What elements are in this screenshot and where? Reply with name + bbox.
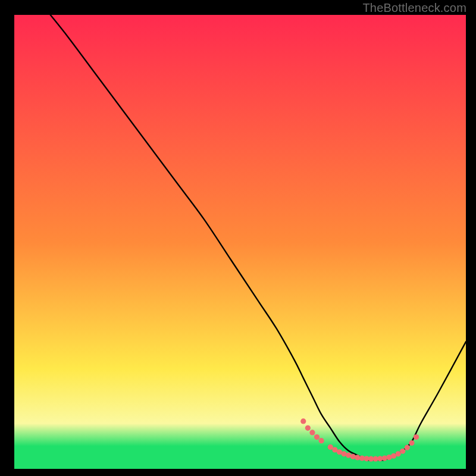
- bottleneck-curve: [51, 15, 466, 460]
- plot-area: [14, 15, 466, 469]
- dot: [300, 418, 306, 424]
- dot: [309, 430, 315, 435]
- dot: [409, 440, 414, 446]
- dot: [350, 454, 356, 459]
- attribution-label: TheBottleneck.com: [362, 1, 466, 15]
- dot: [314, 434, 320, 440]
- dot: [382, 455, 387, 461]
- dot: [405, 445, 410, 450]
- dot: [400, 449, 405, 454]
- chart-frame: TheBottleneck.com: [0, 0, 476, 476]
- optimal-range-dots: [300, 418, 419, 462]
- dot: [319, 438, 324, 443]
- plot-outer-border: [14, 15, 466, 469]
- dot: [414, 434, 419, 440]
- dot: [305, 425, 311, 431]
- chart-svg: [14, 15, 466, 469]
